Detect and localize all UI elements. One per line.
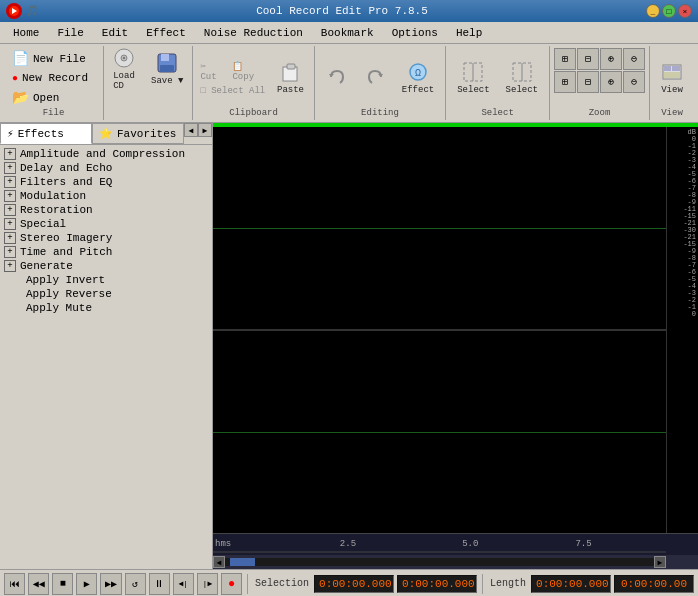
tree-amplitude-label: Amplitude and Compression [20,148,185,160]
tree-special[interactable]: + Special [2,217,210,231]
app-icon [6,3,22,19]
select1-button[interactable]: Select [450,57,496,99]
menu-help[interactable]: Help [447,24,491,42]
scroll-right-btn[interactable]: ▶ [654,556,666,568]
db-scale: dB 0 -1 -2 -3 -4 -5 -6 -7 -8 -9 -11 -15 … [666,127,698,533]
time-display-3: 0:00:00.000 [531,575,611,593]
zoom-in-v[interactable]: ⊕ [600,48,622,70]
favorites-tab-label: Favorites [117,128,176,140]
menu-home[interactable]: Home [4,24,48,42]
scroll-left-btn[interactable]: ◀ [213,556,225,568]
expand-filters[interactable]: + [4,176,16,188]
tree-apply-invert[interactable]: Apply Invert [2,273,210,287]
save-button[interactable]: Save ▼ [144,48,190,90]
expand-amplitude[interactable]: + [4,148,16,160]
center-line-bottom [213,432,666,433]
new-record-button[interactable]: ● New Record [8,70,98,86]
cut-btn[interactable]: ✂ Cut [197,60,227,83]
expand-restoration[interactable]: + [4,204,16,216]
load-cd-button[interactable]: LoadCD [106,48,142,90]
menu-edit[interactable]: Edit [93,24,137,42]
svg-rect-5 [161,54,169,61]
maximize-button[interactable]: □ [662,4,676,18]
tree-apply-mute[interactable]: Apply Mute [2,301,210,315]
timeline-track: hms 2.5 5.0 7.5 [213,534,666,555]
tree-modulation[interactable]: + Modulation [2,189,210,203]
zoom-sel[interactable]: ⊕ [600,71,622,93]
svg-rect-6 [160,65,174,72]
tree-apply-reverse[interactable]: Apply Reverse [2,287,210,301]
waveform-bottom[interactable] [213,331,666,533]
zoom-out-h[interactable]: ⊟ [577,48,599,70]
transport-prev[interactable]: ◀| [173,573,194,595]
sidebar-left-arrow[interactable]: ◀ [184,123,198,137]
transport-loop[interactable]: ↺ [125,573,146,595]
copy-btn[interactable]: 📋 Copy [229,60,269,83]
main-content: ⚡ Effects ⭐ Favorites ◀ ▶ + Amplitude an… [0,123,698,569]
record-dot: ● [228,577,235,591]
load-save-group: LoadCD Save ▼ [104,46,193,120]
scrollbar-track[interactable] [225,558,654,566]
length-label: Length [490,578,526,589]
zoom-reset[interactable]: ⊟ [577,71,599,93]
menu-file[interactable]: File [48,24,92,42]
expand-special[interactable]: + [4,218,16,230]
menu-noise-reduction[interactable]: Noise Reduction [195,24,312,42]
view-button[interactable]: View [654,57,690,99]
effect-button[interactable]: Ω Effect [395,57,441,99]
select-buttons: Select Select [450,48,545,108]
effects-tab-label: Effects [18,128,64,140]
undo-button[interactable] [319,57,355,99]
transport-stop[interactable]: ■ [52,573,73,595]
waveform-top[interactable] [213,127,666,331]
tree-time-pitch[interactable]: + Time and Pitch [2,245,210,259]
scrollbar-thumb[interactable] [230,558,255,566]
tree-generate[interactable]: + Generate [2,259,210,273]
redo-icon [364,66,386,88]
tab-favorites[interactable]: ⭐ Favorites [92,123,184,144]
tree-stereo[interactable]: + Stereo Imagery [2,231,210,245]
transport-rewind[interactable]: ◀◀ [28,573,49,595]
tab-effects[interactable]: ⚡ Effects [0,123,92,144]
tree-modulation-label: Modulation [20,190,86,202]
redo-button[interactable] [357,57,393,99]
zoom-out-v[interactable]: ⊖ [623,48,645,70]
transport-forward[interactable]: ▶▶ [100,573,121,595]
transport-play[interactable]: ▶ [76,573,97,595]
minimize-button[interactable]: _ [646,4,660,18]
zoom-in-h[interactable]: ⊞ [554,48,576,70]
expand-modulation[interactable]: + [4,190,16,202]
new-record-label: New Record [22,72,88,84]
select-all-btn[interactable]: □ Select All [197,85,269,97]
transport-next[interactable]: |▶ [197,573,218,595]
apply-invert-label: Apply Invert [26,274,105,286]
tree-restoration[interactable]: + Restoration [2,203,210,217]
menu-options[interactable]: Options [383,24,447,42]
svg-rect-17 [672,66,680,71]
close-button[interactable]: × [678,4,692,18]
transport-begin[interactable]: ⏮ [4,573,25,595]
zoom-fit[interactable]: ⊞ [554,71,576,93]
svg-point-3 [123,57,125,59]
menu-effect[interactable]: Effect [137,24,195,42]
expand-generate[interactable]: + [4,260,16,272]
select2-button[interactable]: Select [499,57,545,99]
zoom-all[interactable]: ⊖ [623,71,645,93]
expand-stereo[interactable]: + [4,232,16,244]
titlebar: 🎵 Cool Record Edit Pro 7.8.5 _ □ × [0,0,698,22]
tree-amplitude[interactable]: + Amplitude and Compression [2,147,210,161]
tree-delay[interactable]: + Delay and Echo [2,161,210,175]
sidebar-right-arrow[interactable]: ▶ [198,123,212,137]
new-file-button[interactable]: 📄 New File [8,48,98,69]
expand-time-pitch[interactable]: + [4,246,16,258]
tree-filters[interactable]: + Filters and EQ [2,175,210,189]
transport-record[interactable]: ● [221,573,242,595]
paste-button[interactable]: Paste [271,57,310,99]
expand-delay[interactable]: + [4,162,16,174]
timeline: hms 2.5 5.0 7.5 [213,533,698,555]
transport-pause[interactable]: ⏸ [149,573,170,595]
open-button[interactable]: 📂 Open [8,87,98,108]
tree-special-label: Special [20,218,66,230]
menu-bookmark[interactable]: Bookmark [312,24,383,42]
load-cd-label: LoadCD [113,71,135,91]
